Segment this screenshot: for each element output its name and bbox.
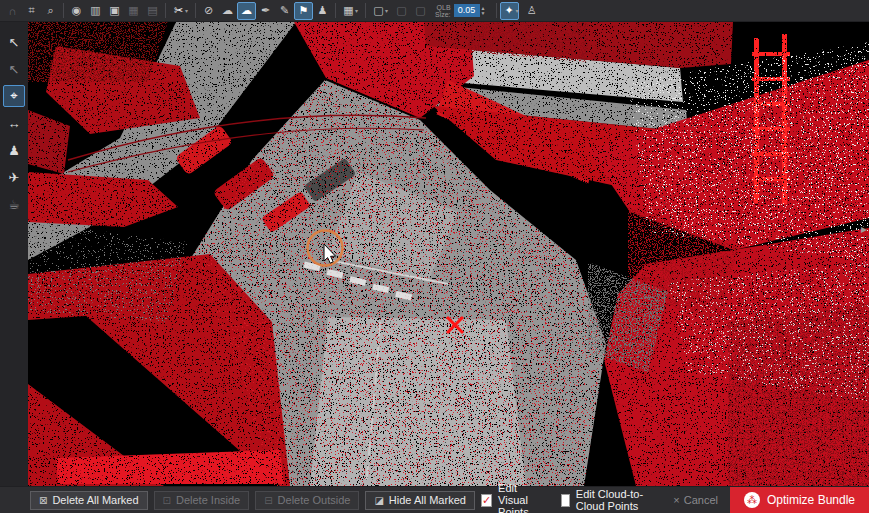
delete-outside-label: Delete Outside bbox=[278, 494, 351, 506]
qlb-size-label: QLB Size: bbox=[435, 4, 451, 18]
delete-outside-icon: ⊟ bbox=[264, 495, 272, 506]
dropdown-arrow-icon[interactable]: ▾ bbox=[385, 7, 392, 14]
optimize-bundle-label: Optimize Bundle bbox=[767, 493, 855, 507]
qlb-size-stepper[interactable]: ▲ ▼ bbox=[481, 6, 486, 16]
dropdown-arrow-icon[interactable]: ▾ bbox=[185, 7, 192, 14]
zoom-tool-icon[interactable]: ⌕ bbox=[41, 2, 60, 20]
eyedropper-icon[interactable]: ✒ bbox=[256, 2, 275, 20]
edit-visual-points-label: Edit Visual Points bbox=[498, 482, 547, 513]
magnet-tool-icon[interactable]: ∩ bbox=[3, 2, 22, 20]
optimize-bundle-button[interactable]: ⁂ Optimize Bundle bbox=[730, 487, 869, 513]
delete-all-marked-label: Delete All Marked bbox=[52, 494, 138, 506]
dropdown-arrow-icon[interactable]: ▾ bbox=[516, 7, 523, 14]
edit-cloud-to-cloud-label: Edit Cloud-to-Cloud Points bbox=[576, 488, 655, 512]
stepper-down-icon[interactable]: ▼ bbox=[481, 11, 486, 16]
point-cloud-canvas[interactable] bbox=[28, 22, 869, 486]
cloud-download-icon[interactable]: ☁ bbox=[218, 2, 237, 20]
delete-inside-icon: ⊡ bbox=[163, 495, 171, 506]
qlb-size-input[interactable]: 0.05 bbox=[454, 4, 480, 17]
left-toolbar: ↖ ↖ ⌖ ↔ ♟ ✈ ☕ bbox=[0, 22, 28, 486]
delete-all-marked-button[interactable]: ⊠ Delete All Marked bbox=[30, 491, 148, 510]
image-view-icon[interactable]: ▣ bbox=[105, 2, 124, 20]
toolbar-separator bbox=[496, 3, 497, 18]
cancel-icon: × bbox=[673, 494, 679, 506]
hide-all-marked-button[interactable]: ◪ Hide All Marked bbox=[365, 491, 475, 510]
camera-view-icon[interactable]: ◉ bbox=[67, 2, 86, 20]
checkbox-checked-icon[interactable]: ✓ bbox=[481, 494, 492, 507]
toolbar-separator bbox=[63, 3, 64, 18]
edit-visual-points-checkbox[interactable]: ✓ Edit Visual Points bbox=[481, 482, 547, 513]
walk-person-icon[interactable]: ♙ bbox=[523, 2, 542, 20]
cancel-button[interactable]: × Cancel bbox=[673, 494, 718, 506]
optimize-bundle-icon: ⁂ bbox=[744, 492, 760, 508]
cube-model-icon[interactable]: ▢ bbox=[411, 2, 430, 20]
toolbar-separator bbox=[195, 3, 196, 18]
cube-export-icon[interactable]: ▢ bbox=[392, 2, 411, 20]
top-toolbar: ∩ ⌗ ⌕ ◉ ▥ ▣ ▦ ▤ ✂ ▾ ⊘ ☁ ☁ ✒ ✎ ⚑ ♟ ▦ ▾ ▢ … bbox=[0, 0, 869, 22]
dropdown-arrow-icon[interactable]: ▾ bbox=[355, 7, 362, 14]
bottom-toolbar: ⊠ Delete All Marked ⊡ Delete Inside ⊟ De… bbox=[0, 486, 869, 513]
pencil-icon[interactable]: ✎ bbox=[275, 2, 294, 20]
toolbar-separator bbox=[335, 3, 336, 18]
select-add-tool-icon[interactable]: ↖ bbox=[3, 58, 25, 80]
hide-all-marked-icon: ◪ bbox=[374, 495, 383, 506]
hide-all-marked-label: Hide All Marked bbox=[389, 494, 466, 506]
panel-expand-chevron-icon[interactable]: ▸ bbox=[859, 218, 869, 240]
toolbar-separator bbox=[365, 3, 366, 18]
grid-view-icon[interactable]: ▦ bbox=[124, 2, 143, 20]
person-view-tool-icon[interactable]: ♟ bbox=[3, 139, 25, 161]
edit-cloud-to-cloud-checkbox[interactable]: Edit Cloud-to-Cloud Points bbox=[561, 488, 655, 512]
zoom-window-icon[interactable]: ⌗ bbox=[22, 2, 41, 20]
delete-all-marked-icon: ⊠ bbox=[39, 495, 47, 506]
qlb-size-control: QLB Size: 0.05 ▲ ▼ bbox=[435, 4, 486, 18]
person-orbit-icon[interactable]: ♟ bbox=[313, 2, 332, 20]
delete-outside-button[interactable]: ⊟ Delete Outside bbox=[255, 491, 359, 510]
app-window: ∩ ⌗ ⌕ ◉ ▥ ▣ ▦ ▤ ✂ ▾ ⊘ ☁ ☁ ✒ ✎ ⚑ ♟ ▦ ▾ ▢ … bbox=[0, 0, 869, 513]
fly-tool-icon[interactable]: ✈ bbox=[3, 166, 25, 188]
bottom-right-controls: ✓ Edit Visual Points Edit Cloud-to-Cloud… bbox=[481, 482, 869, 513]
layout-view-icon[interactable]: ▤ bbox=[143, 2, 162, 20]
pan-tool-icon[interactable]: ⌖ bbox=[3, 85, 25, 107]
mark-none-icon[interactable]: ⊘ bbox=[199, 2, 218, 20]
checkbox-unchecked-icon[interactable] bbox=[561, 494, 570, 507]
select-tool-icon[interactable]: ↖ bbox=[3, 31, 25, 53]
cancel-label: Cancel bbox=[684, 494, 718, 506]
pour-tool-icon[interactable]: ☕ bbox=[3, 193, 25, 215]
cloud-select-icon[interactable]: ☁ bbox=[237, 2, 256, 20]
delete-inside-button[interactable]: ⊡ Delete Inside bbox=[154, 491, 250, 510]
toolbar-separator bbox=[165, 3, 166, 18]
location-pin-icon[interactable]: ⚑ bbox=[294, 2, 313, 20]
measure-span-tool-icon[interactable]: ↔ bbox=[3, 112, 25, 134]
split-view-icon[interactable]: ▥ bbox=[86, 2, 105, 20]
point-cloud-viewport[interactable]: ▸ bbox=[28, 22, 869, 486]
delete-inside-label: Delete Inside bbox=[176, 494, 240, 506]
